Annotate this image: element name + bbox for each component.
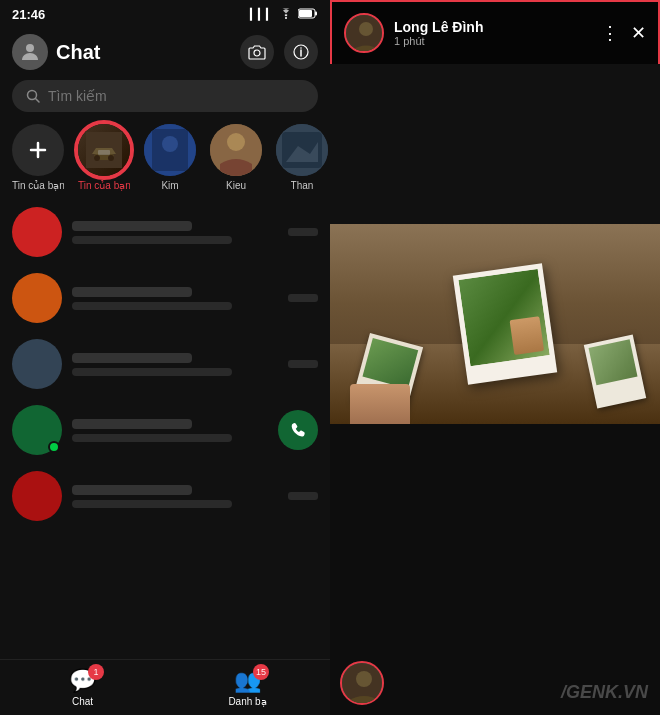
story-viewer-name: Long Lê Đình: [394, 19, 591, 35]
story-avatar-than[interactable]: [276, 124, 328, 176]
story-avatar-1[interactable]: [78, 124, 130, 176]
stories-row: Tin của bạn Tin của bạn: [0, 120, 330, 199]
story-viewer-panel: Long Lê Đình 1 phút ⋮ ✕: [330, 0, 660, 715]
plus-icon: [27, 139, 49, 161]
main-polaroid: [453, 263, 557, 384]
story-add-circle[interactable]: [12, 124, 64, 176]
story-avatar-kim[interactable]: [144, 124, 196, 176]
svg-point-16: [108, 155, 114, 161]
chat-meta-5: [288, 492, 318, 500]
svg-point-26: [359, 22, 373, 36]
chat-meta-3: [288, 360, 318, 368]
chat-nav-icon: 💬 1: [69, 668, 96, 694]
status-icons: ▎▎▎: [250, 8, 318, 21]
genk-watermark: /GENK.VN: [561, 682, 648, 703]
story-image-kieu: [210, 124, 262, 176]
chat-name-2: [72, 287, 192, 297]
story-bottom-dark: /GENK.VN: [330, 424, 660, 715]
chat-item-5[interactable]: [0, 463, 330, 529]
bottom-nav: 💬 1 Chat 👥 15 Danh bạ: [0, 659, 330, 715]
user-avatar[interactable]: [12, 34, 48, 70]
chat-meta-2: [288, 294, 318, 302]
chat-info-2: [72, 287, 278, 310]
chat-item-1[interactable]: [0, 199, 330, 265]
story-add-label: Tin của bạn: [12, 180, 64, 191]
story-add-item[interactable]: Tin của bạn: [12, 124, 64, 191]
chat-avatar-3: [12, 339, 62, 389]
story-viewer-header: Long Lê Đình 1 phút ⋮ ✕: [330, 0, 660, 64]
story-item-kim[interactable]: Kim: [144, 124, 196, 191]
online-indicator-4: [48, 441, 60, 453]
svg-point-22: [227, 133, 245, 151]
chat-info-3: [72, 353, 278, 376]
svg-point-8: [300, 47, 302, 49]
left-panel: 21:46 ▎▎▎ Ch: [0, 0, 330, 715]
svg-rect-2: [299, 10, 312, 17]
story-viewer-avatar-image: [346, 15, 384, 53]
contacts-badge: 15: [253, 664, 269, 680]
chat-time-3: [288, 360, 318, 368]
story-close-button[interactable]: ✕: [631, 22, 646, 44]
chat-badge: 1: [88, 664, 104, 680]
app-header: Chat: [0, 28, 330, 76]
story-item-kieu[interactable]: Kieu: [210, 124, 262, 191]
chat-name-3: [72, 353, 192, 363]
svg-point-15: [94, 155, 100, 161]
svg-line-10: [36, 99, 40, 103]
svg-point-20: [162, 136, 178, 152]
chat-item-3[interactable]: [0, 331, 330, 397]
svg-point-5: [254, 50, 260, 56]
app-title: Chat: [56, 41, 232, 64]
story-footer-avatar[interactable]: [340, 661, 384, 705]
chat-list: [0, 199, 330, 659]
contacts-nav-label: Danh bạ: [228, 696, 266, 707]
chat-time-1: [288, 228, 318, 236]
nav-contacts[interactable]: 👥 15 Danh bạ: [165, 668, 330, 707]
photo-scene: [330, 224, 660, 424]
chat-item-4[interactable]: [0, 397, 330, 463]
camera-button[interactable]: [240, 35, 274, 69]
phone-call-icon[interactable]: [278, 410, 318, 450]
info-button[interactable]: [284, 35, 318, 69]
chat-item-2[interactable]: [0, 265, 330, 331]
story-image-kim: [144, 124, 196, 176]
story-image-1: [86, 132, 122, 168]
search-input[interactable]: [48, 88, 304, 104]
story-item-than[interactable]: Than: [276, 124, 328, 191]
battery-icon: [298, 8, 318, 21]
signal-icon: ▎▎▎: [250, 8, 274, 21]
chat-avatar-1: [12, 207, 62, 257]
chat-avatar-2: [12, 273, 62, 323]
chat-meta-1: [288, 228, 318, 236]
chat-name-1: [72, 221, 192, 231]
story-more-button[interactable]: ⋮: [601, 22, 619, 44]
chat-preview-2: [72, 302, 232, 310]
chat-meta-4: [278, 410, 318, 450]
story-top-dark: [330, 64, 660, 224]
phone-icon: [289, 421, 307, 439]
story-label-kieu: Kieu: [226, 180, 246, 191]
chat-avatar-5: [12, 471, 62, 521]
chat-info-4: [72, 419, 268, 442]
story-image-area: [330, 224, 660, 424]
nav-chat[interactable]: 💬 1 Chat: [0, 668, 165, 707]
chat-time-5: [288, 492, 318, 500]
header-icons: [240, 35, 318, 69]
story-content: /GENK.VN: [330, 64, 660, 715]
chat-info-5: [72, 485, 278, 508]
svg-point-28: [356, 671, 372, 687]
story-item-1[interactable]: Tin của bạn: [78, 124, 130, 191]
story-image-than: [276, 124, 328, 176]
story-label-1: Tin của bạn: [78, 180, 130, 191]
chat-name-5: [72, 485, 192, 495]
chat-info-1: [72, 221, 278, 244]
chat-nav-label: Chat: [72, 696, 93, 707]
story-label-than: Than: [291, 180, 314, 191]
chat-preview-3: [72, 368, 232, 376]
status-bar: 21:46 ▎▎▎: [0, 0, 330, 28]
story-avatar-kieu[interactable]: [210, 124, 262, 176]
wifi-icon: [279, 8, 293, 21]
svg-point-4: [26, 44, 34, 52]
search-bar[interactable]: [12, 80, 318, 112]
story-viewer-actions: ⋮ ✕: [601, 22, 646, 44]
